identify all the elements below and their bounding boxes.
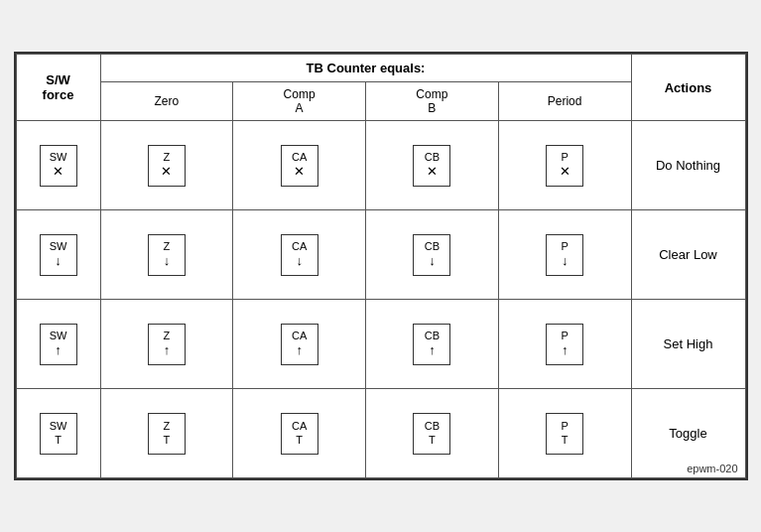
compa-col: CAT xyxy=(233,389,366,478)
table-body: SW✕Z✕CA✕CB✕P✕Do NothingSW↓Z↓CA↓CB↓P↓Clea… xyxy=(16,121,745,478)
icon-box: Z✕ xyxy=(148,145,186,187)
table-row: SWTZTCATCBTPTToggle xyxy=(16,389,745,478)
zero-subheader: Zero xyxy=(100,82,233,121)
compb-col: CBT xyxy=(366,389,499,478)
action-cell: Do Nothing xyxy=(631,121,745,210)
sw-force-header: S/Wforce xyxy=(16,55,100,121)
icon-box: P↓ xyxy=(546,234,583,276)
zero-col: Z↓ xyxy=(100,210,233,300)
compa-subheader: Comp A xyxy=(233,82,366,121)
compb-col: CB↓ xyxy=(366,210,499,300)
actions-header: Actions xyxy=(631,55,745,121)
icon-box: SW↑ xyxy=(40,324,77,365)
header-row: S/Wforce TB Counter equals: Actions xyxy=(16,55,745,82)
sw-col: SW↓ xyxy=(16,210,100,300)
icon-box: CB↑ xyxy=(413,324,450,365)
icon-box: Z↓ xyxy=(148,234,186,276)
table-row: SW↑Z↑CA↑CB↑P↑Set High xyxy=(16,300,745,389)
icon-box: SW↓ xyxy=(40,234,77,276)
icon-box: CA✕ xyxy=(281,145,318,187)
period-col: P↑ xyxy=(498,300,631,389)
icon-box: CAT xyxy=(281,413,318,455)
table-row: SW↓Z↓CA↓CB↓P↓Clear Low xyxy=(16,210,745,300)
compa-label: Comp A xyxy=(284,87,316,115)
period-col: P↓ xyxy=(498,210,631,300)
icon-box: CA↓ xyxy=(281,234,318,276)
zero-col: ZT xyxy=(100,389,233,478)
zero-col: Z✕ xyxy=(100,121,233,210)
sw-col: SWT xyxy=(16,389,100,478)
sw-force-label: S/Wforce xyxy=(43,72,74,102)
action-cell: Set High xyxy=(631,300,745,389)
tb-counter-header: TB Counter equals: xyxy=(100,55,631,82)
icon-box: SWT xyxy=(40,413,77,455)
icon-box: CA↑ xyxy=(281,324,318,365)
compa-col: CA↑ xyxy=(233,300,366,389)
main-table: S/Wforce TB Counter equals: Actions Zero… xyxy=(16,54,746,478)
table-row: SW✕Z✕CA✕CB✕P✕Do Nothing xyxy=(16,121,745,210)
zero-col: Z↑ xyxy=(100,300,233,389)
compb-col: CB✕ xyxy=(366,121,499,210)
icon-box: P✕ xyxy=(546,145,583,187)
compb-subheader: Comp B xyxy=(366,82,499,121)
period-col: P✕ xyxy=(498,121,631,210)
zero-label: Zero xyxy=(155,94,180,108)
icon-box: P↑ xyxy=(546,324,583,365)
action-cell: Clear Low xyxy=(631,210,745,300)
icon-box: PT xyxy=(546,413,583,455)
compb-label: Comp B xyxy=(416,87,447,115)
period-label: Period xyxy=(548,94,582,108)
icon-box: CB↓ xyxy=(413,234,450,276)
period-subheader: Period xyxy=(498,82,631,121)
icon-box: ZT xyxy=(148,413,186,455)
main-container: S/Wforce TB Counter equals: Actions Zero… xyxy=(14,52,748,480)
epwm-label: epwm-020 xyxy=(687,463,737,474)
icon-box: SW✕ xyxy=(40,145,77,187)
actions-label: Actions xyxy=(665,80,712,95)
icon-box: CBT xyxy=(413,413,450,455)
sw-col: SW✕ xyxy=(16,121,100,210)
compb-col: CB↑ xyxy=(366,300,499,389)
icon-box: CB✕ xyxy=(413,145,450,187)
compa-col: CA↓ xyxy=(233,210,366,300)
compa-col: CA✕ xyxy=(233,121,366,210)
tb-counter-title: TB Counter equals: xyxy=(307,61,426,75)
sw-col: SW↑ xyxy=(16,300,100,389)
icon-box: Z↑ xyxy=(148,324,186,365)
period-col: PT xyxy=(498,389,631,478)
